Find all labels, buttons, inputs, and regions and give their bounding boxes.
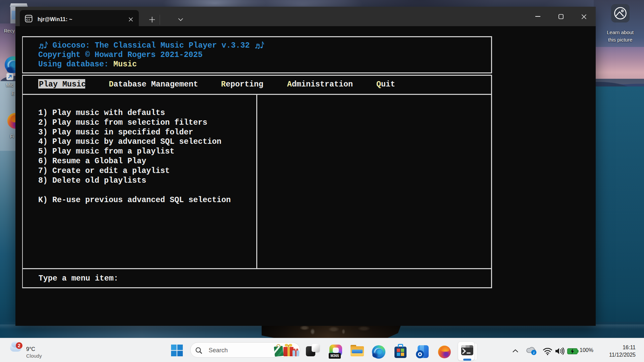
svg-text:C:\: C:\ (26, 18, 30, 21)
